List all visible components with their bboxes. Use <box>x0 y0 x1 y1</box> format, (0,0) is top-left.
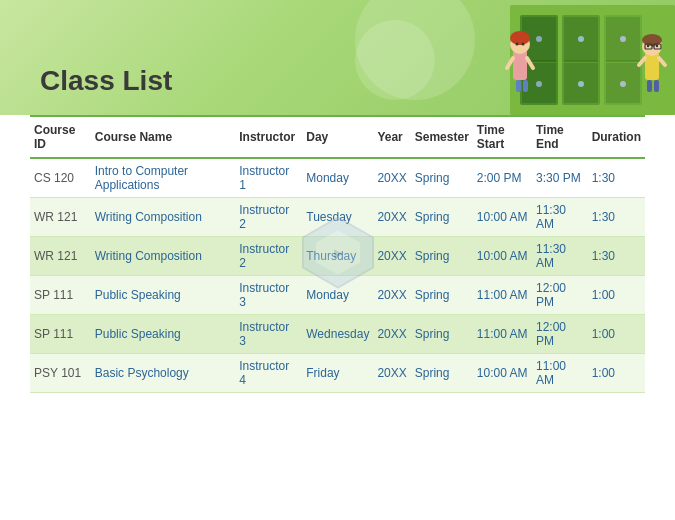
svg-point-34 <box>647 45 649 47</box>
svg-point-17 <box>620 81 626 87</box>
table-cell: 20XX <box>373 237 410 276</box>
table-cell: Spring <box>411 158 473 198</box>
table-cell: 1:30 <box>588 198 645 237</box>
table-cell: Tuesday <box>302 198 373 237</box>
table-row: SP 111Public SpeakingInstructor 3Wednesd… <box>30 315 645 354</box>
table-cell: Writing Composition <box>91 198 236 237</box>
table-cell: 20XX <box>373 158 410 198</box>
table-cell: Spring <box>411 276 473 315</box>
table-cell: PSY 101 <box>30 354 91 393</box>
svg-rect-24 <box>516 80 521 92</box>
svg-point-21 <box>510 31 530 45</box>
table-cell: Instructor 3 <box>235 315 302 354</box>
table-cell: Instructor 2 <box>235 237 302 276</box>
col-duration: Duration <box>588 116 645 158</box>
class-list-table: Course ID Course Name Instructor Day Yea… <box>30 115 645 393</box>
table-cell: Spring <box>411 354 473 393</box>
col-semester: Semester <box>411 116 473 158</box>
table-cell: Instructor 1 <box>235 158 302 198</box>
table-cell: Basic Psychology <box>91 354 236 393</box>
table-row: PSY 101Basic PsychologyInstructor 4Frida… <box>30 354 645 393</box>
table-row: SP 111Public SpeakingInstructor 3Monday2… <box>30 276 645 315</box>
table-cell: 11:00 AM <box>473 315 532 354</box>
svg-point-5 <box>536 81 542 87</box>
table-cell: 11:00 AM <box>532 354 588 393</box>
page-title: Class List <box>40 65 172 97</box>
table-cell: CS 120 <box>30 158 91 198</box>
table-cell: SP 111 <box>30 315 91 354</box>
table-row: WR 121Writing CompositionInstructor 2Thu… <box>30 237 645 276</box>
table-cell: 2:00 PM <box>473 158 532 198</box>
table-cell: Instructor 4 <box>235 354 302 393</box>
table-cell: 10:00 AM <box>473 198 532 237</box>
svg-rect-19 <box>513 50 527 80</box>
content-wrapper: ▶ Course ID Course Name Instructor Day Y… <box>0 115 675 393</box>
svg-point-11 <box>578 81 584 87</box>
table-cell: Monday <box>302 158 373 198</box>
table-cell: 12:00 PM <box>532 276 588 315</box>
svg-rect-28 <box>645 52 659 80</box>
table-cell: Spring <box>411 237 473 276</box>
table-cell: Intro to Computer Applications <box>91 158 236 198</box>
svg-point-4 <box>536 36 542 42</box>
table-header-row: Course ID Course Name Instructor Day Yea… <box>30 116 645 158</box>
header-banner: Class List <box>0 0 675 115</box>
table-cell: 3:30 PM <box>532 158 588 198</box>
table-cell: Instructor 3 <box>235 276 302 315</box>
table-cell: Public Speaking <box>91 315 236 354</box>
table-cell: Instructor 2 <box>235 198 302 237</box>
table-cell: 1:30 <box>588 237 645 276</box>
table-cell: WR 121 <box>30 198 91 237</box>
col-time-end: Time End <box>532 116 588 158</box>
svg-point-10 <box>578 36 584 42</box>
table-row: WR 121Writing CompositionInstructor 2Tue… <box>30 198 645 237</box>
col-instructor: Instructor <box>235 116 302 158</box>
table-cell: 1:00 <box>588 315 645 354</box>
table-cell: 20XX <box>373 276 410 315</box>
table-cell: 20XX <box>373 354 410 393</box>
table-cell: Wednesday <box>302 315 373 354</box>
locker-illustration <box>455 0 675 115</box>
table-cell: 1:00 <box>588 354 645 393</box>
table-cell: Friday <box>302 354 373 393</box>
table-cell: 11:00 AM <box>473 276 532 315</box>
table-cell: Spring <box>411 198 473 237</box>
table-cell: Thursday <box>302 237 373 276</box>
col-course-name: Course Name <box>91 116 236 158</box>
table-container: Course ID Course Name Instructor Day Yea… <box>0 115 675 393</box>
table-cell: 10:00 AM <box>473 354 532 393</box>
col-year: Year <box>373 116 410 158</box>
svg-rect-37 <box>654 80 659 92</box>
svg-point-23 <box>522 43 525 46</box>
table-row: CS 120Intro to Computer ApplicationsInst… <box>30 158 645 198</box>
table-cell: 20XX <box>373 315 410 354</box>
svg-rect-36 <box>647 80 652 92</box>
table-cell: 11:30 AM <box>532 237 588 276</box>
col-course-id: Course ID <box>30 116 91 158</box>
col-time-start: Time Start <box>473 116 532 158</box>
table-cell: 12:00 PM <box>532 315 588 354</box>
table-cell: WR 121 <box>30 237 91 276</box>
svg-point-35 <box>656 45 658 47</box>
table-cell: 10:00 AM <box>473 237 532 276</box>
table-cell: 11:30 AM <box>532 198 588 237</box>
table-cell: Public Speaking <box>91 276 236 315</box>
table-cell: 20XX <box>373 198 410 237</box>
svg-point-22 <box>516 43 519 46</box>
svg-rect-25 <box>523 80 528 92</box>
table-cell: Monday <box>302 276 373 315</box>
table-cell: Writing Composition <box>91 237 236 276</box>
table-cell: 1:00 <box>588 276 645 315</box>
svg-point-16 <box>620 36 626 42</box>
table-cell: Spring <box>411 315 473 354</box>
deco-circle-2 <box>355 20 435 100</box>
table-cell: 1:30 <box>588 158 645 198</box>
col-day: Day <box>302 116 373 158</box>
table-cell: SP 111 <box>30 276 91 315</box>
